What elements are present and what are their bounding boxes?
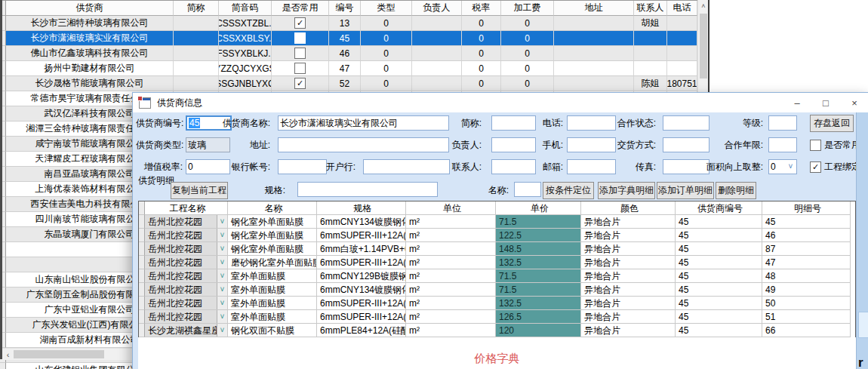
column-header[interactable]: 简称: [174, 1, 219, 16]
chevron-down-icon[interactable]: ˅: [217, 269, 227, 282]
delete-detail-button[interactable]: 删除明细: [716, 182, 756, 199]
checkbox-icon[interactable]: [294, 48, 306, 59]
detail-row[interactable]: 长沙龙湖祺鑫星座˅钢化双面不贴膜6mmPLE84+12A(硅酮胶...m²120…: [139, 324, 855, 337]
supplier-row[interactable]: 佛山市亿鑫玻璃科技有限公司FSSYXBLKJ..46000: [0, 46, 697, 61]
detail-row[interactable]: 岳州北控花园˅钢化室外单面贴膜6mm白玻+1.14PVB+6mm...m²148…: [139, 242, 855, 256]
chevron-down-icon[interactable]: ˅: [217, 310, 227, 323]
column-header[interactable]: 供货商: [6, 1, 174, 16]
column-header[interactable]: 联系人: [634, 1, 667, 16]
minimize-button[interactable]: –: [783, 93, 811, 112]
supplier-row[interactable]: 长沙市潇湘玻璃实业有限公司CSSXXBLSY..45000: [0, 31, 697, 46]
detail-row[interactable]: 岳州北控花园˅钢化室外单面贴膜6mmCNY134镀膜钢化m²71.5异地合片45…: [139, 215, 855, 229]
checkbox-icon[interactable]: [294, 63, 306, 74]
dialog-vertical-scrollbar[interactable]: [856, 112, 868, 369]
close-button[interactable]: ×: [840, 93, 868, 112]
scrollbar-thumb[interactable]: [14, 350, 104, 358]
row-selector[interactable]: [139, 324, 145, 337]
checkbox-icon[interactable]: [294, 32, 306, 44]
column-header[interactable]: 名称: [228, 201, 317, 215]
chevron-down-icon[interactable]: ˅: [217, 215, 227, 228]
detail-row[interactable]: 岳州北控花园˅室外单面贴膜6mmSUPER-III+12A(硅...m²126.…: [139, 310, 855, 324]
column-header[interactable]: 类型: [361, 1, 412, 16]
column-header[interactable]: 颜色: [581, 201, 676, 215]
project-combo[interactable]: 岳州北控花园˅: [145, 269, 228, 283]
project-combo[interactable]: 岳州北控花园˅: [145, 297, 228, 310]
column-header[interactable]: 电话: [667, 1, 697, 16]
scroll-left-icon[interactable]: ‹: [2, 350, 14, 359]
project-combo[interactable]: 长沙龙湖祺鑫星座˅: [145, 324, 228, 337]
row-selector[interactable]: [0, 363, 6, 369]
checkbox-icon[interactable]: [294, 17, 306, 29]
add-dict-detail-button[interactable]: 添加字典明细: [598, 182, 655, 199]
project-combo[interactable]: 岳州北控花园˅: [145, 283, 228, 297]
column-header[interactable]: 规格: [317, 201, 406, 215]
common-checkbox-cell[interactable]: [272, 76, 329, 91]
column-header[interactable]: 明细号: [762, 201, 851, 215]
supplier-row[interactable]: 长沙晟格节能玻璃有限公司CSSGJNBLYXGS52000陈姐180751: [0, 76, 697, 91]
dialog-titlebar[interactable]: 供货商信息 – □ ×: [133, 93, 868, 112]
delivery-mode-field[interactable]: [663, 137, 709, 152]
detail-row[interactable]: 岳州北控花园˅室外单面贴膜6mmCNY134镀膜钢化m²71.5异地合片4549: [139, 283, 855, 297]
column-header[interactable]: 编号: [329, 1, 361, 16]
checkbox-icon[interactable]: [294, 78, 306, 89]
address-field[interactable]: [278, 137, 449, 152]
scrollbar-thumb[interactable]: [858, 312, 868, 338]
checkbox-icon[interactable]: [810, 140, 821, 151]
row-selector[interactable]: [139, 269, 145, 283]
locate-button[interactable]: 按条件定位: [543, 182, 594, 199]
row-selector[interactable]: [139, 310, 145, 324]
chevron-down-icon[interactable]: ˅: [217, 283, 227, 296]
supplier-name-field[interactable]: [278, 115, 449, 131]
copy-project-button[interactable]: 复制当前工程: [171, 182, 228, 199]
column-header[interactable]: 负责人: [412, 1, 462, 16]
checkbox-icon[interactable]: [810, 161, 821, 173]
add-order-detail-button[interactable]: 添加订单明细: [657, 182, 714, 199]
row-selector[interactable]: [139, 256, 145, 269]
chevron-down-icon[interactable]: ˅: [217, 242, 227, 255]
grade-field[interactable]: [768, 115, 797, 131]
project-combo[interactable]: 岳州北控花园˅: [145, 215, 228, 229]
supplier-row[interactable]: 长沙市三湘特种玻璃有限公司CSSSXTZBL..13000胡姐: [0, 16, 697, 31]
row-selector[interactable]: [139, 229, 145, 242]
project-combo[interactable]: 岳州北控花园˅: [145, 310, 228, 324]
chevron-down-icon[interactable]: ˅: [217, 229, 227, 241]
common-checkbox-cell[interactable]: [272, 31, 329, 46]
detail-row[interactable]: 岳州北控花园˅室外单面贴膜6mmCNY129B镀膜钢化m²71.5异地合片454…: [139, 269, 855, 283]
column-header[interactable]: 工程名称: [145, 201, 228, 215]
project-combo[interactable]: 岳州北控花园˅: [145, 256, 228, 269]
column-header[interactable]: 供货商编号: [676, 201, 762, 215]
scrollbar-thumb[interactable]: [700, 14, 707, 78]
common-checkbox-cell[interactable]: [272, 16, 329, 31]
column-header[interactable]: 单价: [496, 201, 581, 215]
common-checkbox-cell[interactable]: [272, 46, 329, 61]
project-bind-checkbox[interactable]: 工程绑定: [810, 161, 860, 173]
scroll-up-icon[interactable]: ˄: [698, 0, 709, 12]
coop-status-field[interactable]: [663, 115, 709, 131]
save-return-button[interactable]: 存盘返回: [810, 115, 854, 132]
detail-row[interactable]: 岳州北控花园˅室外单面贴膜6mmSUPER-III+12A(硅...m²132.…: [139, 297, 855, 310]
row-selector[interactable]: [139, 297, 145, 310]
detail-row[interactable]: 岳州北控花园˅磨砂钢化室外单面贴膜6mmSUPER-III+12A(硅...m²…: [139, 256, 855, 269]
column-header[interactable]: 税率: [462, 1, 501, 16]
row-selector[interactable]: [139, 215, 145, 229]
is-common-checkbox[interactable]: 是否常用: [810, 139, 860, 151]
name-filter-input[interactable]: [514, 182, 541, 197]
common-checkbox-cell[interactable]: [272, 61, 329, 76]
column-header[interactable]: 单位: [406, 201, 496, 215]
row-selector[interactable]: [139, 283, 145, 297]
coop-years-field[interactable]: [768, 137, 797, 152]
spec-filter-input[interactable]: [297, 182, 438, 197]
column-header[interactable]: 地址: [554, 1, 634, 16]
project-combo[interactable]: 岳州北控花园˅: [145, 229, 228, 242]
column-header[interactable]: 加工费: [501, 1, 554, 16]
column-header[interactable]: 是否常用: [272, 1, 329, 16]
column-header[interactable]: 简音码: [219, 1, 272, 16]
bank-account-field[interactable]: [278, 159, 327, 174]
detail-row[interactable]: 岳州北控花园˅钢化室外单面贴膜6mmSUPER-III+12A(硅...m²12…: [139, 229, 855, 242]
area-round-up-dropdown[interactable]: 0 ˅: [768, 159, 797, 174]
chevron-down-icon[interactable]: ˅: [786, 161, 796, 173]
chevron-down-icon[interactable]: ˅: [217, 256, 227, 269]
chevron-down-icon[interactable]: ˅: [217, 324, 227, 337]
supplier-row[interactable]: 扬州中勤建材有限公司YZZQJCYXGS47000: [0, 61, 697, 76]
maximize-button[interactable]: □: [811, 93, 840, 112]
